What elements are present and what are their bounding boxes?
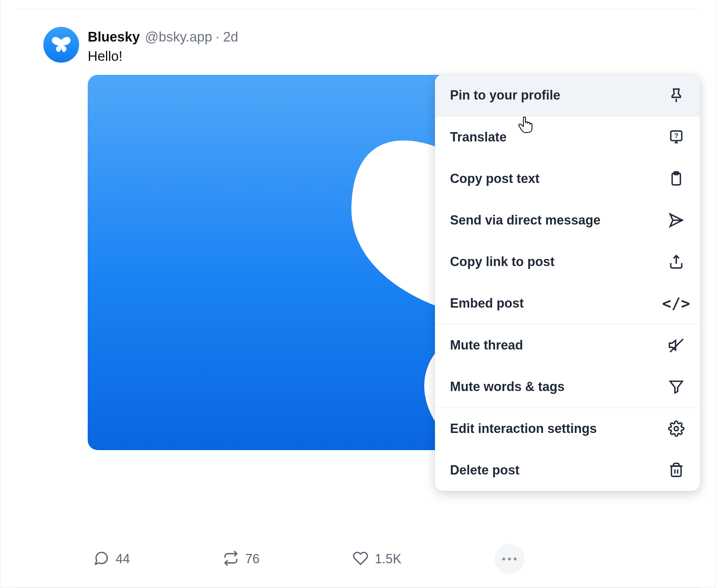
code-icon: </>	[668, 295, 685, 312]
trash-icon	[668, 462, 685, 479]
action-bar: 44 76 1.5K	[93, 544, 673, 574]
menu-item-send-dm[interactable]: Send via direct message	[435, 199, 700, 241]
menu-item-translate[interactable]: Translate ?	[435, 116, 700, 158]
like-count: 1.5K	[375, 551, 401, 567]
heart-icon	[353, 550, 368, 568]
menu-item-pin[interactable]: Pin to your profile	[435, 74, 700, 116]
repost-button[interactable]: 76	[223, 550, 260, 568]
mute-icon	[668, 337, 685, 354]
menu-item-label: Copy post text	[450, 171, 540, 186]
author-handle[interactable]: @bsky.app	[145, 28, 212, 46]
gear-icon	[668, 420, 685, 437]
share-icon	[668, 253, 685, 270]
post-header: Bluesky @bsky.app · 2d	[88, 28, 673, 46]
reply-icon	[93, 550, 109, 568]
bottom-divider	[16, 587, 700, 588]
post-text: Hello!	[88, 49, 673, 64]
menu-item-label: Mute words & tags	[450, 379, 565, 394]
menu-item-delete[interactable]: Delete post	[435, 449, 700, 491]
dots-icon	[502, 558, 505, 560]
menu-item-copy-link[interactable]: Copy link to post	[435, 241, 700, 283]
menu-item-mute-words[interactable]: Mute words & tags	[435, 366, 700, 408]
menu-item-label: Mute thread	[450, 338, 523, 353]
clipboard-icon	[668, 170, 685, 187]
menu-item-label: Pin to your profile	[450, 88, 560, 103]
translate-icon: ?	[668, 129, 685, 146]
menu-item-label: Copy link to post	[450, 254, 555, 269]
reply-count: 44	[116, 551, 130, 567]
cursor-pointer-icon	[518, 116, 533, 137]
header-separator: ·	[216, 28, 220, 46]
repost-count: 76	[245, 551, 260, 567]
post-frame: Bluesky @bsky.app · 2d Hello! 44	[0, 0, 716, 588]
butterfly-icon	[50, 35, 72, 55]
filter-icon	[668, 378, 685, 395]
svg-line-4	[670, 339, 683, 352]
avatar[interactable]	[43, 27, 79, 63]
menu-item-label: Send via direct message	[450, 213, 600, 228]
more-button[interactable]	[494, 544, 524, 574]
menu-item-label: Edit interaction settings	[450, 421, 597, 436]
menu-item-copy-text[interactable]: Copy post text	[435, 158, 700, 199]
menu-item-mute-thread[interactable]: Mute thread	[435, 324, 700, 366]
pin-icon	[668, 87, 685, 104]
send-icon	[668, 212, 685, 229]
post-time: 2d	[223, 28, 238, 46]
menu-item-edit-interaction[interactable]: Edit interaction settings	[435, 408, 700, 449]
svg-point-5	[674, 426, 678, 431]
like-button[interactable]: 1.5K	[353, 550, 401, 568]
menu-item-embed[interactable]: Embed post </>	[435, 283, 700, 324]
svg-text:?: ?	[674, 132, 678, 139]
display-name[interactable]: Bluesky	[88, 28, 140, 46]
svg-rect-6	[672, 466, 681, 477]
menu-item-label: Translate	[450, 130, 507, 145]
reply-button[interactable]: 44	[93, 550, 130, 568]
top-divider	[16, 9, 700, 9]
menu-item-label: Embed post	[450, 296, 524, 311]
repost-icon	[223, 550, 239, 568]
post-context-menu: Pin to your profile Translate ? Copy pos…	[435, 74, 700, 491]
menu-item-label: Delete post	[450, 463, 519, 478]
